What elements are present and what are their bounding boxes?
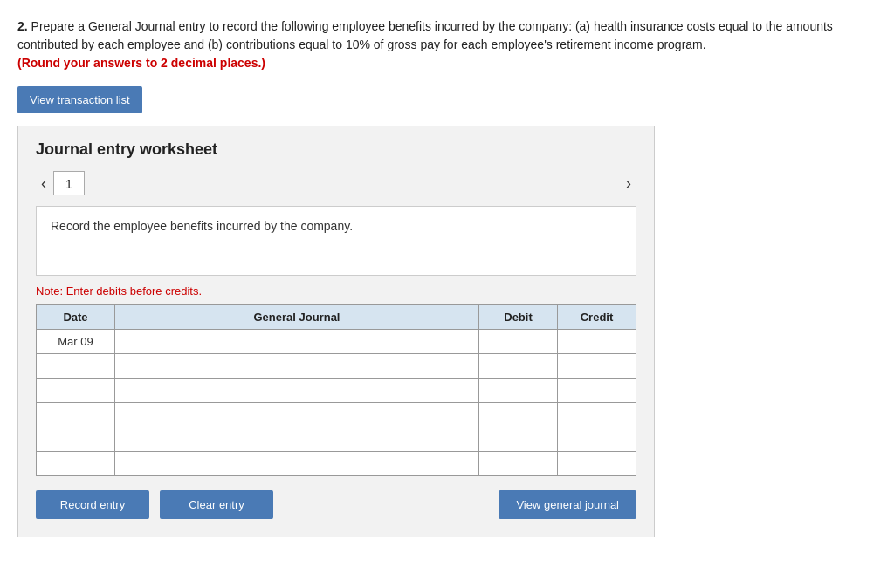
table-row [37,379,636,403]
credit-input[interactable] [558,379,636,402]
journal-table: Date General Journal Debit Credit Mar 09 [36,304,636,476]
next-page-button[interactable]: › [621,173,636,195]
journal-input[interactable] [115,330,478,353]
journal-input[interactable] [115,379,478,402]
worksheet-container: Journal entry worksheet ‹ 1 › Record the… [17,126,655,537]
question-number: 2. [17,19,28,33]
credit-input[interactable] [558,330,636,353]
note-text: Note: Enter debits before credits. [36,284,636,297]
record-entry-button[interactable]: Record entry [36,490,149,519]
credit-cell[interactable] [558,330,636,354]
journal-input[interactable] [115,427,478,451]
journal-input[interactable] [115,354,478,378]
debit-cell[interactable] [479,379,558,403]
col-header-debit: Debit [479,305,558,330]
debit-cell[interactable] [479,330,558,354]
table-row [37,427,636,452]
credit-input[interactable] [558,354,636,378]
journal-cell[interactable] [115,354,479,379]
prev-page-button[interactable]: ‹ [36,173,52,195]
nav-row: ‹ 1 › [36,171,636,195]
highlight-text: (Round your answers to 2 decimal places.… [17,56,265,70]
col-header-date: Date [37,305,115,330]
date-cell [37,403,115,427]
col-header-journal: General Journal [115,305,479,330]
table-row: Mar 09 [37,330,636,354]
page-number: 1 [53,171,85,195]
debit-input[interactable] [479,427,557,451]
journal-input[interactable] [115,452,478,475]
debit-input[interactable] [479,403,557,427]
description-box: Record the employee benefits incurred by… [36,206,636,276]
view-transaction-button[interactable]: View transaction list [17,86,142,113]
debit-input[interactable] [479,379,557,402]
debit-cell[interactable] [479,452,558,476]
debit-cell[interactable] [479,403,558,427]
debit-input[interactable] [479,330,557,353]
buttons-row: Record entry Clear entry View general jo… [36,490,636,519]
debit-cell[interactable] [479,354,558,379]
credit-cell[interactable] [558,379,636,403]
journal-input[interactable] [115,403,478,427]
clear-entry-button[interactable]: Clear entry [160,490,273,519]
credit-input[interactable] [558,427,636,451]
date-cell [37,452,115,476]
journal-cell[interactable] [115,379,479,403]
credit-cell[interactable] [558,354,636,379]
journal-cell[interactable] [115,452,479,476]
worksheet-title: Journal entry worksheet [36,140,636,159]
journal-cell[interactable] [115,330,479,354]
question-text: 2. Prepare a General Journal entry to re… [17,17,873,72]
journal-cell[interactable] [115,403,479,427]
description-text: Record the employee benefits incurred by… [51,219,353,233]
credit-cell[interactable] [558,427,636,452]
view-general-journal-button[interactable]: View general journal [499,490,636,519]
credit-cell[interactable] [558,452,636,476]
date-cell [37,379,115,403]
table-row [37,403,636,427]
date-cell [37,427,115,452]
credit-input[interactable] [558,403,636,427]
debit-input[interactable] [479,354,557,378]
credit-input[interactable] [558,452,636,475]
credit-cell[interactable] [558,403,636,427]
table-row [37,354,636,379]
debit-cell[interactable] [479,427,558,452]
debit-input[interactable] [479,452,557,475]
col-header-credit: Credit [558,305,636,330]
date-cell: Mar 09 [37,330,115,354]
journal-cell[interactable] [115,427,479,452]
date-cell [37,354,115,379]
table-row [37,452,636,476]
